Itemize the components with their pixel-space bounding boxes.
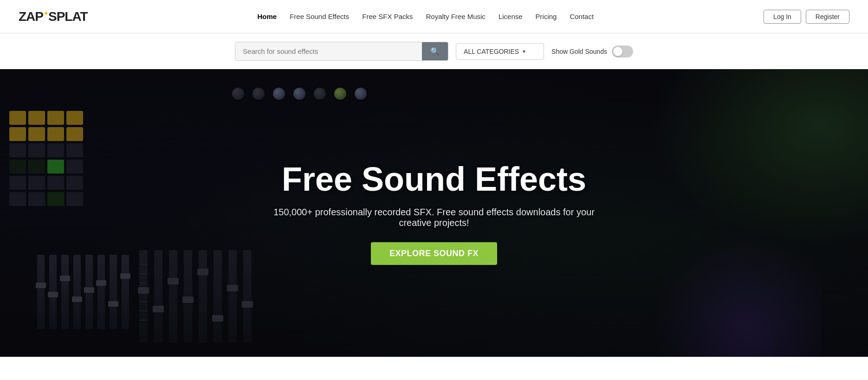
nav-pricing[interactable]: Pricing [536, 13, 557, 20]
register-button[interactable]: Register [806, 10, 849, 24]
logo-star: ✦ [43, 10, 48, 17]
nav-free-sfx-packs[interactable]: Free SFX Packs [362, 13, 413, 20]
search-icon: 🔍 [430, 47, 440, 56]
explore-sound-fx-button[interactable]: Explore Sound FX [371, 242, 497, 265]
nav-license[interactable]: License [499, 13, 523, 20]
category-dropdown[interactable]: ALL CATEGORIES ▾ [456, 43, 544, 60]
toggle-knob [613, 47, 622, 56]
nav-free-sound-effects[interactable]: Free Sound Effects [290, 13, 349, 20]
search-section: 🔍 ALL CATEGORIES ▾ Show Gold Sounds [0, 33, 868, 69]
nav-home[interactable]: Home [257, 13, 277, 20]
chevron-down-icon: ▾ [523, 48, 525, 55]
hero-section: Free Sound Effects 150,000+ professional… [0, 69, 868, 357]
search-input[interactable] [235, 43, 422, 60]
main-nav: Home Free Sound Effects Free SFX Packs R… [257, 13, 594, 20]
hero-title: Free Sound Effects [282, 161, 586, 198]
gold-sounds-label: Show Gold Sounds [551, 48, 607, 55]
header: ZAP✦SPLAT Home Free Sound Effects Free S… [0, 0, 868, 33]
logo[interactable]: ZAP✦SPLAT [19, 9, 88, 24]
nav-auth-buttons: Log In Register [764, 10, 849, 24]
hero-subtitle: 150,000+ professionally recorded SFX. Fr… [272, 207, 596, 228]
login-button[interactable]: Log In [764, 10, 801, 24]
search-input-wrap: 🔍 [235, 42, 448, 61]
nav-contact[interactable]: Contact [570, 13, 594, 20]
gold-sounds-toggle[interactable] [612, 45, 633, 58]
search-button[interactable]: 🔍 [422, 42, 448, 60]
nav-royalty-free-music[interactable]: Royalty Free Music [426, 13, 486, 20]
category-label: ALL CATEGORIES [464, 48, 519, 55]
hero-content: Free Sound Effects 150,000+ professional… [0, 69, 868, 357]
gold-sounds-wrap: Show Gold Sounds [551, 45, 633, 58]
